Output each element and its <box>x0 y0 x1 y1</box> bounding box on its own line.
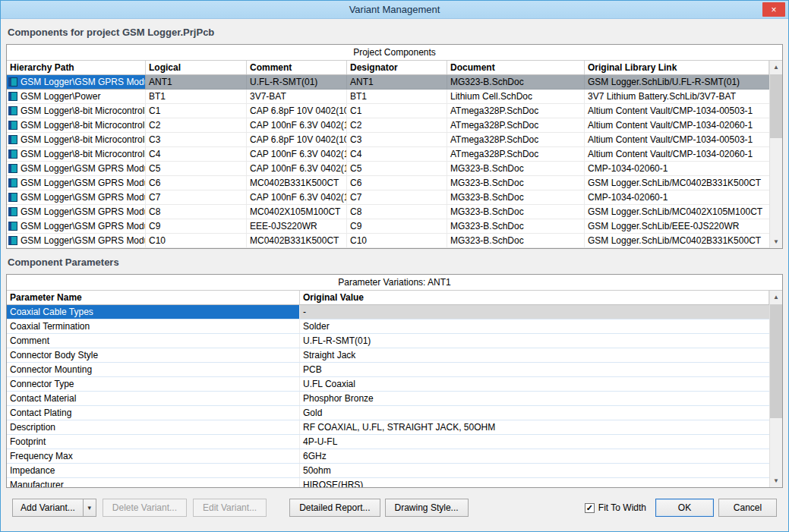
table-cell: GSM Logger\8-bit Microcontroller <box>7 104 146 118</box>
fit-to-width-checkbox[interactable]: ✓ <box>585 503 595 513</box>
table-row[interactable]: Connector Type U.FL Coaxial <box>7 377 769 392</box>
scrollbar-up-icon[interactable]: ▲ <box>770 61 782 74</box>
table-cell: MG323-B.SchDoc <box>447 205 585 219</box>
scrollbar-thumb[interactable] <box>770 304 782 418</box>
parameter-name-cell: Impedance <box>7 464 300 477</box>
table-cell: CAP 6.8pF 10V 0402(1005) <box>247 104 347 118</box>
parameter-name-cell: Connector Mounting <box>7 363 300 376</box>
table-cell: C4 <box>347 147 447 161</box>
table-row[interactable]: Impedance 50ohm <box>7 464 769 478</box>
table-cell: CAP 100nF 6.3V 0402(1005) <box>247 147 347 161</box>
scrollbar-down-icon[interactable]: ▼ <box>770 474 782 487</box>
table-cell: C3 <box>347 133 447 146</box>
table-row[interactable]: Coaxial Cable Types - <box>7 305 769 320</box>
project-components-table: Project Components Hierarchy Path Logica… <box>6 44 783 249</box>
cancel-button[interactable]: Cancel <box>718 499 777 517</box>
table-row[interactable]: GSM Logger\Power BT1 3V7-BAT BT1 Lithium… <box>7 90 769 104</box>
parameter-value-cell: RF COAXIAL, U.FL, STRAIGHT JACK, 50OHM <box>300 420 769 434</box>
table-row[interactable]: GSM Logger\8-bit Microcontroller C3 CAP … <box>7 133 769 147</box>
parameter-name-cell: Coaxial Termination <box>7 320 300 333</box>
table-row[interactable]: GSM Logger\GSM GPRS Module C6 MC0402B331… <box>7 176 769 190</box>
close-button[interactable]: × <box>762 2 785 17</box>
component-icon <box>8 222 17 231</box>
table-row[interactable]: Connector Body Style Straight Jack <box>7 348 769 363</box>
column-header-designator[interactable]: Designator <box>347 61 447 74</box>
parameter-name-cell: Contact Material <box>7 392 300 405</box>
table-cell: GSM Logger\GSM GPRS Module <box>7 75 146 89</box>
fit-to-width-label[interactable]: Fit To Width <box>598 502 646 513</box>
add-variant-dropdown-icon[interactable]: ▾ <box>83 499 96 516</box>
table-row[interactable]: GSM Logger\8-bit Microcontroller C4 CAP … <box>7 147 769 162</box>
table-row[interactable]: GSM Logger\GSM GPRS Module C7 CAP 100nF … <box>7 190 769 205</box>
column-header-original-library-link[interactable]: Original Library Link <box>585 61 769 74</box>
parameters-scrollbar[interactable]: ▲ ▼ <box>769 291 782 487</box>
component-icon <box>8 135 17 144</box>
table-cell: C5 <box>347 162 447 175</box>
table-cell: MG323-B.SchDoc <box>447 190 585 204</box>
parameter-name-cell: Description <box>7 420 300 434</box>
parameter-name-cell: Connector Body Style <box>7 348 300 362</box>
component-icon <box>8 164 17 173</box>
table-cell: GSM Logger.SchLib/MC0402B331K500CT <box>585 234 769 247</box>
table-cell: C1 <box>146 104 247 118</box>
table-cell: GSM Logger.SchLib/MC0402X105M100CT <box>585 205 769 219</box>
table-cell: C4 <box>146 147 247 161</box>
table-row[interactable]: Frequency Max 6GHz <box>7 449 769 464</box>
table-cell: GSM Logger.SchLib/MC0402B331K500CT <box>585 176 769 190</box>
scrollbar-down-icon[interactable]: ▼ <box>770 235 782 248</box>
table-row[interactable]: GSM Logger\GSM GPRS Module C10 MC0402B33… <box>7 234 769 248</box>
table-row[interactable]: Contact Material Phosphor Bronze <box>7 392 769 406</box>
ok-button[interactable]: OK <box>655 499 714 517</box>
table-cell: CMP-1034-02060-1 <box>585 190 769 204</box>
footer-bar: Add Variant... ▾ Delete Variant... Edit … <box>12 498 777 518</box>
parameter-value-cell: Straight Jack <box>300 348 769 362</box>
table-row[interactable]: Contact Plating Gold <box>7 406 769 420</box>
fit-to-width-option: ✓ Fit To Width <box>585 502 646 513</box>
column-header-hierarchy-path[interactable]: Hierarchy Path <box>7 61 146 74</box>
column-header-original-value[interactable]: Original Value <box>300 291 769 304</box>
hierarchy-path-text: GSM Logger\GSM GPRS Module <box>21 75 146 89</box>
scrollbar-thumb[interactable] <box>770 74 782 138</box>
scrollbar-up-icon[interactable]: ▲ <box>770 291 782 304</box>
table-row[interactable]: Manufacturer HIROSE(HRS) <box>7 478 769 488</box>
components-scrollbar[interactable]: ▲ ▼ <box>769 61 782 248</box>
table-row[interactable]: GSM Logger\GSM GPRS Module C9 EEE-0JS220… <box>7 219 769 234</box>
hierarchy-path-text: GSM Logger\8-bit Microcontroller <box>21 118 146 132</box>
add-variant-label: Add Variant... <box>13 499 83 516</box>
table-row[interactable]: GSM Logger\8-bit Microcontroller C2 CAP … <box>7 118 769 133</box>
table-cell: MG323-B.SchDoc <box>447 219 585 233</box>
table-cell: CAP 100nF 6.3V 0402(1005) <box>247 118 347 132</box>
table-row[interactable]: Comment U.FL-R-SMT(01) <box>7 334 769 348</box>
table-cell: GSM Logger\8-bit Microcontroller <box>7 147 146 161</box>
detailed-report-button[interactable]: Detailed Report... <box>289 499 380 517</box>
components-rows: GSM Logger\GSM GPRS Module ANT1 U.FL-R-S… <box>7 75 769 248</box>
components-column-headers: Hierarchy Path Logical Comment Designato… <box>7 61 769 75</box>
edit-variant-button: Edit Variant... <box>193 499 267 517</box>
table-cell: Altium Content Vault/CMP-1034-02060-1 <box>585 118 769 132</box>
title-bar[interactable]: Variant Management × <box>1 1 788 19</box>
column-header-logical[interactable]: Logical <box>146 61 247 74</box>
table-cell: C1 <box>347 104 447 118</box>
column-header-parameter-name[interactable]: Parameter Name <box>7 291 300 304</box>
column-header-comment[interactable]: Comment <box>247 61 347 74</box>
parameters-rows: Coaxial Cable Types - Coaxial Terminatio… <box>7 305 769 488</box>
table-cell: ANT1 <box>347 75 447 89</box>
component-icon <box>8 150 17 159</box>
table-cell: MC0402B331K500CT <box>247 176 347 190</box>
table-row[interactable]: GSM Logger\GSM GPRS Module C5 CAP 100nF … <box>7 162 769 176</box>
table-row[interactable]: GSM Logger\GSM GPRS Module ANT1 U.FL-R-S… <box>7 75 769 90</box>
table-cell: ANT1 <box>146 75 247 89</box>
table-row[interactable]: GSM Logger\8-bit Microcontroller C1 CAP … <box>7 104 769 118</box>
component-icon <box>8 106 17 115</box>
table-row[interactable]: Description RF COAXIAL, U.FL, STRAIGHT J… <box>7 420 769 435</box>
table-row[interactable]: Footprint 4P-U-FL <box>7 435 769 449</box>
add-variant-button[interactable]: Add Variant... ▾ <box>12 499 96 517</box>
table-row[interactable]: Coaxial Termination Solder <box>7 320 769 334</box>
parameter-value-cell: U.FL-R-SMT(01) <box>300 334 769 348</box>
drawing-style-button[interactable]: Drawing Style... <box>385 499 469 517</box>
hierarchy-path-text: GSM Logger\GSM GPRS Module <box>21 176 146 190</box>
table-row[interactable]: Connector Mounting PCB <box>7 363 769 377</box>
table-cell: C2 <box>146 118 247 132</box>
column-header-document[interactable]: Document <box>447 61 585 74</box>
table-row[interactable]: GSM Logger\GSM GPRS Module C8 MC0402X105… <box>7 205 769 219</box>
